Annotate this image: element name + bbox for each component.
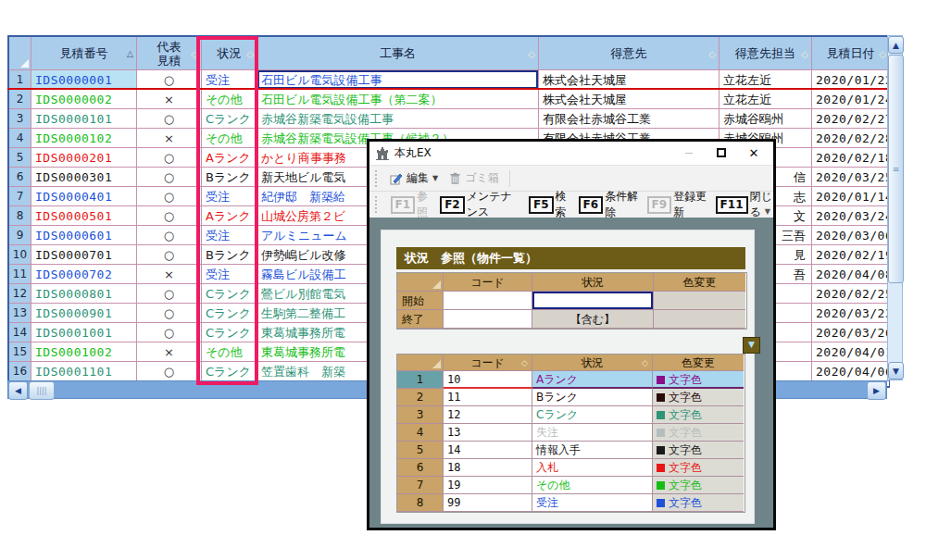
sort-diamond-icon[interactable]: ◇ [528,46,535,60]
result-cell-color-change[interactable]: 文字色 [653,424,744,442]
result-row[interactable]: 110Aランク文字色 [397,371,745,389]
column-header-1[interactable]: 見積番号△ [31,37,137,70]
cell-status[interactable]: 受注 [202,226,257,245]
cell-representative[interactable]: ○ [137,226,202,245]
cell-estimate-number[interactable]: IDS0000002 [31,90,137,109]
result-cell-status[interactable]: 失注 [532,424,653,442]
cell-estimate-number[interactable]: IDS0001002 [31,342,137,362]
horizontal-scroll-thumb[interactable]: |||| [29,381,55,400]
cell-estimate-number[interactable]: IDS0001101 [31,362,137,381]
scroll-right-button[interactable]: ▶ [867,381,886,400]
cell-status[interactable]: Aランク [202,206,257,226]
result-cell-color-change[interactable]: 文字色 [653,459,744,477]
sort-diamond-icon[interactable]: ◇ [642,355,648,371]
cell-estimate-date[interactable]: 2020/03/25 [812,168,889,187]
cell-estimate-number[interactable]: IDS0000102 [31,129,137,148]
cell-estimate-date[interactable]: 2020/02/25 [812,284,889,304]
cell-construction-name[interactable]: 赤城谷新築電気設備工事 [257,109,539,129]
cell-estimate-date[interactable]: 2020/03/06 [812,226,889,245]
start-status-input[interactable] [532,292,654,310]
cell-estimate-date[interactable]: 2020/04/01 [812,342,889,362]
cell-estimate-number[interactable]: IDS0000201 [31,148,137,168]
cell-estimate-number[interactable]: IDS0000101 [31,109,137,129]
column-header-6[interactable]: 得意先担当◇ [720,37,812,70]
result-cell-status[interactable]: 情報入手 [532,442,653,459]
cell-estimate-date[interactable]: 2020/03/26 [812,323,889,342]
cell-client-contact[interactable]: 赤城谷鴎州 [720,109,812,129]
vertical-scroll-track[interactable] [888,284,902,362]
result-cell-status[interactable]: 入札 [532,459,653,477]
end-code-input[interactable] [444,310,532,329]
cell-status[interactable]: 受注 [202,70,257,90]
table-row[interactable]: 3IDS0000101○Cランク赤城谷新築電気設備工事有限会社赤城谷工業赤城谷鴎… [9,109,889,129]
result-cell-color-change[interactable]: 文字色 [653,494,744,512]
scroll-down-button[interactable]: ▼ [888,362,904,380]
cell-estimate-date[interactable]: 2020/02/28 [812,129,889,148]
funckey-f2[interactable]: F2メンテナンス [440,189,520,220]
cell-estimate-number[interactable]: IDS0001001 [31,323,137,342]
sort-diamond-icon[interactable]: ◇ [879,46,886,60]
cell-status[interactable]: Cランク [202,304,257,323]
result-row[interactable]: 312Cランク文字色 [397,406,745,424]
result-row[interactable]: 514情報入手文字色 [397,442,745,459]
cell-estimate-number[interactable]: IDS0000401 [31,187,137,206]
cell-representative[interactable]: ○ [137,70,202,90]
scroll-up-button[interactable]: ▲ [888,36,904,54]
cell-client-contact[interactable]: 立花左近 [720,90,812,109]
table-row[interactable]: 2IDS0000002×その他石田ビル電気設備工事（第二案）株式会社天城屋立花左… [9,90,889,109]
cell-estimate-date[interactable]: 2020/01/22 [812,70,889,90]
column-header-4[interactable]: 工事名◇ [257,37,539,70]
cell-representative[interactable]: × [137,129,202,148]
cell-status[interactable]: その他 [202,90,257,109]
column-header-5[interactable]: 得意先◇ [539,37,720,70]
column-header-3[interactable]: 状況◇ [202,37,257,70]
column-header-2[interactable]: 代表 見積◇ [137,37,202,70]
cell-estimate-date[interactable]: 2020/03/24 [812,206,889,226]
funckey-f6[interactable]: F6条件解除 [579,189,639,220]
result-cell-code[interactable]: 11 [444,389,532,406]
cell-estimate-number[interactable]: IDS0000501 [31,206,137,226]
sort-diamond-icon[interactable]: ◇ [191,46,198,60]
result-row[interactable]: 719その他文字色 [397,477,745,494]
sort-diamond-icon[interactable]: ◇ [708,46,716,60]
cell-estimate-date[interactable]: 2020/01/14 [812,187,889,206]
result-cell-code[interactable]: 12 [444,406,532,424]
vertical-scrollbar[interactable]: ▲ ≡ ▼ [887,35,903,380]
cell-representative[interactable]: ○ [137,284,202,304]
column-header-7[interactable]: 見積日付◇ [812,37,889,70]
result-cell-status[interactable]: その他 [532,477,653,494]
cell-estimate-number[interactable]: IDS0000301 [31,168,137,187]
cell-estimate-number[interactable]: IDS0000801 [31,284,137,304]
result-header-3[interactable]: 色変更 [653,355,744,371]
cell-status[interactable]: Cランク [202,284,257,304]
cell-status[interactable]: その他 [202,129,257,148]
result-cell-code[interactable]: 99 [444,494,532,512]
close-button[interactable]: ✕ [740,146,768,160]
cell-representative[interactable]: ○ [137,148,202,168]
cell-representative[interactable]: ○ [137,168,202,187]
cell-client[interactable]: 株式会社天城屋 [539,70,720,90]
expand-down-button[interactable]: ▼ [743,337,760,354]
cell-representative[interactable]: ○ [137,206,202,226]
minimize-button[interactable]: ─ [675,146,703,160]
cell-client-contact[interactable]: 立花左近 [720,70,812,90]
result-cell-code[interactable]: 10 [444,371,532,389]
cell-estimate-number[interactable]: IDS0000601 [31,226,137,245]
cell-status[interactable]: Cランク [202,362,257,381]
cell-estimate-number[interactable]: IDS0000901 [31,304,137,323]
cell-representative[interactable]: ○ [137,304,202,323]
trash-button[interactable]: ゴミ箱 [445,168,503,188]
cell-estimate-number[interactable]: IDS0000001 [31,70,137,90]
result-cell-color-change[interactable]: 文字色 [653,442,744,459]
cell-representative[interactable]: ○ [137,109,202,129]
cell-client[interactable]: 株式会社天城屋 [539,90,720,109]
sort-diamond-icon[interactable]: ◇ [801,46,808,60]
result-cell-code[interactable]: 18 [444,459,532,477]
window-titlebar[interactable]: 本丸EX ─ ✕ [369,142,773,165]
result-cell-status[interactable]: 受注 [532,494,653,512]
funckey-f5[interactable]: F5検索 [529,189,570,220]
cell-representative[interactable]: × [137,90,202,109]
cell-status[interactable]: その他 [202,342,257,362]
result-cell-color-change[interactable]: 文字色 [653,371,744,389]
cell-estimate-date[interactable]: 2020/02/19 [812,245,889,265]
